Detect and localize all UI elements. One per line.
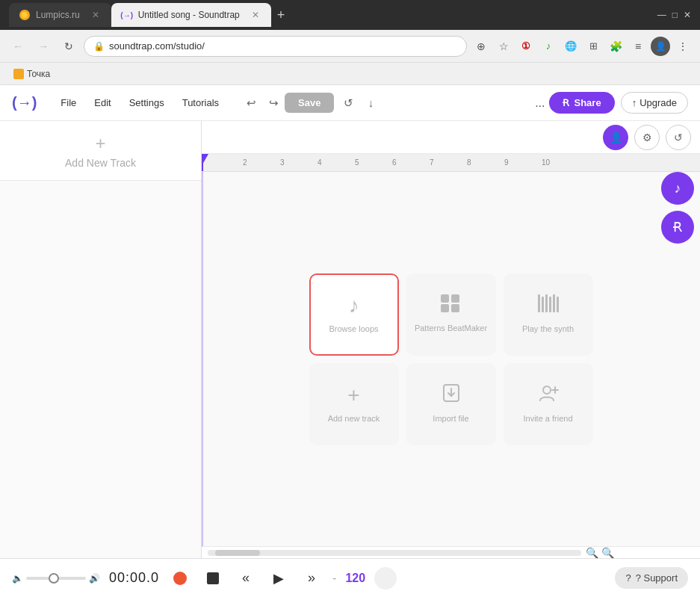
invite-friend-card[interactable]: Invite a friend [504, 363, 593, 445]
browse-loops-card[interactable]: ♪ Browse loops [309, 273, 399, 356]
menu-tutorials[interactable]: Tutorials [173, 93, 228, 113]
play-synth-card[interactable]: Play the synth [504, 273, 593, 356]
minimize-button[interactable]: — [657, 10, 666, 20]
key-display[interactable] [374, 567, 397, 590]
record-button[interactable] [168, 566, 192, 590]
history-round-button[interactable]: ↺ [666, 125, 691, 150]
bookmark-tochka-favicon [13, 69, 24, 79]
profile-round-button[interactable]: 👤 [603, 125, 628, 150]
add-content-modal: ♪ Browse loops [202, 172, 700, 546]
bookmark-icon[interactable]: ☆ [494, 37, 513, 56]
svg-rect-5 [542, 297, 544, 312]
add-new-track-label: Add new track [328, 413, 380, 424]
tab-soundtrap-close[interactable]: ✕ [250, 10, 261, 20]
menu-edit[interactable]: Edit [85, 93, 120, 113]
import-file-label: Import file [433, 413, 468, 424]
invite-friend-label: Invite a friend [523, 413, 572, 424]
share-button[interactable]: Ɍ Share [549, 92, 614, 114]
close-button[interactable]: ✕ [684, 10, 691, 20]
profile-icon[interactable]: 👤 [651, 37, 670, 56]
maximize-button[interactable]: □ [672, 10, 678, 20]
more-button[interactable]: ... [530, 93, 549, 113]
rewind-button[interactable]: « [234, 566, 258, 590]
redo-button[interactable]: ↪ [262, 92, 285, 114]
add-track-button[interactable]: + Add New Track [0, 121, 201, 181]
new-tab-button[interactable]: + [277, 7, 285, 23]
tab-soundtrap[interactable]: (→) Untitled song - Soundtrap ✕ [111, 3, 271, 27]
share-label: Share [574, 97, 601, 108]
back-button[interactable]: ← [7, 36, 28, 57]
upgrade-button[interactable]: ↑ Upgrade [621, 92, 688, 114]
upgrade-arrow-icon: ↑ [632, 97, 637, 108]
bookmark-bar: Точка [0, 63, 700, 85]
ruler-marker-5: 5 [355, 158, 359, 167]
tab-lumpics[interactable]: 🟡 Lumpics.ru ✕ [9, 3, 111, 27]
tab-lumpics-label: Lumpics.ru [36, 10, 80, 20]
download-button[interactable]: ↓ [359, 92, 382, 114]
ruler-marker-4: 4 [318, 158, 322, 167]
lumpics-favicon: 🟡 [19, 10, 30, 20]
music-fab[interactable]: ♪ [661, 172, 694, 205]
settings-round-button[interactable]: ⚙ [634, 125, 660, 150]
address-bar[interactable]: 🔒 soundtrap.com/studio/ [84, 36, 467, 57]
ext6-icon[interactable]: ≡ [628, 37, 648, 56]
ruler-marker-3: 3 [280, 158, 285, 167]
import-icon [441, 383, 462, 407]
volume-slider-track[interactable] [26, 577, 86, 580]
zoom-in-icon[interactable]: 🔍 [601, 547, 614, 559]
ext2-icon[interactable]: ♪ [539, 37, 558, 56]
ext3-icon[interactable]: 🌐 [561, 37, 580, 56]
menu-file[interactable]: File [52, 93, 85, 113]
playhead[interactable] [202, 154, 203, 171]
share-icon: Ɍ [563, 97, 569, 108]
ext1-icon[interactable]: ① [516, 37, 536, 56]
time-display: 00:00.0 [109, 570, 159, 586]
reset-button[interactable]: ↺ [337, 92, 359, 114]
app-logo[interactable]: (→) [12, 94, 37, 111]
menu-settings[interactable]: Settings [120, 93, 173, 113]
ext4-icon[interactable]: ⊞ [583, 37, 603, 56]
timeline-content: ♪ Browse loops [202, 172, 700, 546]
forward-button[interactable]: → [33, 36, 54, 57]
ruler-marker-8: 8 [467, 158, 471, 167]
translate-icon[interactable]: ⊕ [471, 37, 491, 56]
cards-grid: ♪ Browse loops [309, 273, 593, 445]
ruler-marker-9: 9 [504, 158, 509, 167]
secondary-toolbar: 👤 ⚙ ↺ [202, 121, 700, 154]
upgrade-label: Upgrade [639, 97, 677, 108]
svg-rect-0 [441, 294, 449, 303]
tab-lumpics-close[interactable]: ✕ [90, 10, 101, 20]
play-button[interactable]: ▶ [267, 566, 291, 590]
patterns-beatmaker-card[interactable]: Patterns BeatMaker [406, 273, 496, 356]
scrollbar-thumb[interactable] [215, 550, 260, 556]
separator: - [332, 572, 336, 585]
stop-button[interactable] [201, 566, 225, 590]
volume-low-icon: 🔈 [12, 573, 23, 584]
svg-rect-6 [545, 294, 548, 312]
reload-button[interactable]: ↻ [58, 36, 79, 57]
support-label: ? Support [636, 572, 678, 584]
bookmark-tochka[interactable]: Точка [9, 67, 55, 81]
svg-rect-8 [553, 294, 555, 312]
address-text: soundtrap.com/studio/ [109, 40, 457, 52]
save-button[interactable]: Save [285, 93, 334, 113]
import-file-card[interactable]: Import file [406, 363, 496, 445]
soundtrap-favicon: (→) [122, 10, 132, 20]
invite-icon [538, 383, 559, 407]
undo-button[interactable]: ↩ [240, 92, 262, 114]
svg-point-12 [543, 386, 551, 394]
person-fab[interactable]: Ɍ [661, 211, 694, 244]
volume-slider-thumb[interactable] [49, 573, 59, 584]
timeline-scrollbar[interactable] [208, 550, 581, 556]
bpm-display[interactable]: 120 [345, 572, 365, 585]
track-list [0, 181, 201, 558]
ruler-marker-7: 7 [430, 158, 434, 167]
support-button[interactable]: ? ? Support [615, 567, 688, 589]
ext5-icon[interactable]: 🧩 [606, 37, 625, 56]
timeline-area: 👤 ⚙ ↺ 2 3 4 5 6 7 8 9 10 [202, 121, 700, 558]
fast-forward-button[interactable]: » [300, 566, 323, 590]
ruler-marker-6: 6 [392, 158, 397, 167]
menu-icon[interactable]: ⋮ [673, 37, 693, 56]
zoom-out-icon[interactable]: 🔍 [586, 547, 598, 559]
add-new-track-card[interactable]: + Add new track [309, 363, 399, 445]
